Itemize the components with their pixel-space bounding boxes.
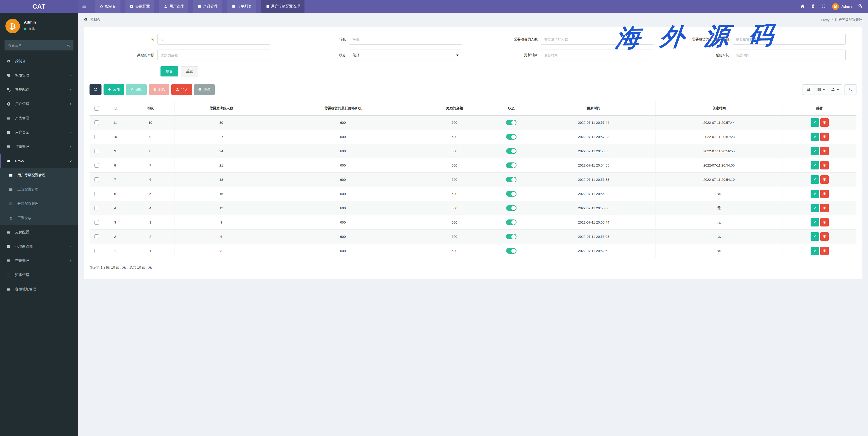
brand-logo[interactable]: CAT bbox=[0, 0, 78, 13]
reset-button[interactable]: 重置 bbox=[181, 66, 198, 77]
status-toggle[interactable] bbox=[506, 205, 517, 211]
row-delete-button[interactable] bbox=[820, 133, 829, 141]
status-toggle[interactable] bbox=[506, 248, 517, 254]
nav-item-4[interactable]: 订单列表 bbox=[227, 0, 256, 13]
row-edit-button[interactable] bbox=[811, 161, 819, 170]
cell-updated-at: 2022-07-11 20:52:52 bbox=[532, 244, 655, 258]
cell-actions bbox=[783, 229, 857, 244]
home-button[interactable] bbox=[801, 4, 804, 9]
row-checkbox[interactable] bbox=[94, 177, 99, 182]
trash-button[interactable] bbox=[811, 4, 815, 8]
breadcrumb-parent[interactable]: Proxy bbox=[821, 18, 829, 22]
hamburger-button[interactable] bbox=[78, 0, 90, 13]
sidebar-item-8[interactable]: 支付配置 bbox=[0, 225, 78, 239]
more-button[interactable]: 更多 bbox=[194, 84, 215, 95]
sidebar-subitem-3[interactable]: 工资发放 bbox=[0, 211, 78, 225]
row-delete-button[interactable] bbox=[820, 118, 829, 127]
filter-input-6[interactable] bbox=[541, 50, 654, 60]
refresh-button[interactable] bbox=[90, 84, 101, 95]
row-checkbox[interactable] bbox=[94, 163, 99, 168]
detail-view-button[interactable] bbox=[802, 84, 814, 95]
add-button[interactable]: 添加 bbox=[103, 84, 124, 95]
edit-button[interactable]: 编辑 bbox=[126, 84, 147, 95]
sidebar-item-0[interactable]: 控制台 bbox=[0, 54, 78, 68]
sidebar-item-4[interactable]: 产品管理 bbox=[0, 111, 78, 125]
row-delete-button[interactable] bbox=[820, 190, 829, 198]
nav-item-1[interactable]: 参数配置 bbox=[125, 0, 154, 13]
status-toggle[interactable] bbox=[506, 220, 517, 225]
row-delete-button[interactable] bbox=[820, 204, 829, 212]
status-select[interactable]: 选择 bbox=[349, 50, 462, 60]
sidebar-item-2[interactable]: 常规配置 bbox=[0, 83, 78, 97]
sidebar-item-10[interactable]: 营销管理 bbox=[0, 254, 78, 268]
export-button[interactable] bbox=[828, 84, 842, 95]
status-toggle[interactable] bbox=[506, 191, 517, 197]
row-checkbox[interactable] bbox=[94, 249, 99, 253]
status-toggle[interactable] bbox=[506, 234, 517, 239]
fullscreen-button[interactable] bbox=[822, 4, 825, 8]
status-toggle[interactable] bbox=[506, 163, 517, 168]
columns-button[interactable] bbox=[814, 84, 828, 95]
row-edit-button[interactable] bbox=[811, 204, 819, 212]
filter-input-4[interactable] bbox=[157, 50, 270, 60]
row-checkbox[interactable] bbox=[94, 206, 99, 210]
import-button[interactable]: 导入 bbox=[171, 84, 192, 95]
row-edit-button[interactable] bbox=[811, 118, 819, 127]
filter-input-7[interactable] bbox=[733, 50, 846, 60]
row-delete-button[interactable] bbox=[820, 232, 829, 241]
status-toggle[interactable] bbox=[506, 148, 517, 154]
th-list-icon bbox=[9, 174, 14, 177]
submit-button[interactable]: 提交 bbox=[160, 66, 178, 77]
row-delete-button[interactable] bbox=[820, 147, 829, 155]
row-checkbox[interactable] bbox=[94, 135, 99, 139]
nav-item-3[interactable]: 产品管理 bbox=[193, 0, 222, 13]
nav-item-label: 用户管理 bbox=[169, 4, 184, 9]
sidebar-search-input[interactable] bbox=[4, 40, 73, 51]
sidebar-item-12[interactable]: 客服地址管理 bbox=[0, 282, 78, 296]
filter-input-2[interactable] bbox=[541, 34, 654, 45]
status-toggle[interactable] bbox=[506, 177, 517, 182]
filter-input-3[interactable] bbox=[733, 34, 846, 45]
search-icon[interactable] bbox=[66, 43, 70, 48]
row-edit-button[interactable] bbox=[811, 147, 819, 155]
status-toggle[interactable] bbox=[506, 120, 517, 125]
row-checkbox[interactable] bbox=[94, 120, 99, 125]
status-toggle[interactable] bbox=[506, 134, 517, 140]
select-all-checkbox[interactable] bbox=[94, 106, 99, 111]
row-edit-button[interactable] bbox=[811, 218, 819, 227]
row-edit-button[interactable] bbox=[811, 190, 819, 198]
user-menu[interactable]: ₿ Admin bbox=[832, 3, 852, 10]
row-delete-button[interactable] bbox=[820, 161, 829, 170]
row-checkbox[interactable] bbox=[94, 220, 99, 225]
cell-status bbox=[491, 172, 532, 187]
table-search-button[interactable] bbox=[844, 84, 857, 95]
sidebar-item-1[interactable]: 权限管理 bbox=[0, 68, 78, 83]
nav-item-0[interactable]: 控制台 bbox=[95, 0, 121, 13]
row-checkbox[interactable] bbox=[94, 192, 99, 196]
filter-input-0[interactable] bbox=[157, 34, 270, 45]
sidebar-item-11[interactable]: 汇率管理 bbox=[0, 268, 78, 282]
filter-input-1[interactable] bbox=[349, 34, 462, 45]
sidebar-item-5[interactable]: 用户资金 bbox=[0, 125, 78, 140]
settings-button[interactable] bbox=[859, 4, 863, 9]
row-delete-button[interactable] bbox=[820, 218, 829, 227]
row-edit-button[interactable] bbox=[811, 246, 819, 255]
nav-item-2[interactable]: 用户管理 bbox=[159, 0, 188, 13]
sidebar-subitem-2[interactable]: 分红配置管理 bbox=[0, 197, 78, 211]
sidebar-item-6[interactable]: 订单管理 bbox=[0, 140, 78, 154]
nav-item-5[interactable]: 用户等级配置管理 bbox=[261, 0, 305, 13]
row-checkbox[interactable] bbox=[94, 149, 99, 153]
nav-item-label: 参数配置 bbox=[135, 4, 150, 9]
sidebar-subitem-0[interactable]: 用户等级配置管理 bbox=[0, 168, 78, 182]
row-edit-button[interactable] bbox=[811, 133, 819, 141]
row-delete-button[interactable] bbox=[820, 246, 829, 255]
sidebar-item-3[interactable]: 用户管理 bbox=[0, 97, 78, 111]
row-checkbox[interactable] bbox=[94, 234, 99, 239]
row-edit-button[interactable] bbox=[811, 175, 819, 184]
row-delete-button[interactable] bbox=[820, 175, 829, 184]
delete-button[interactable]: 删除 bbox=[149, 84, 169, 95]
sidebar-item-9[interactable]: 代理商管理 bbox=[0, 239, 78, 254]
sidebar-subitem-1[interactable]: 工资配置管理 bbox=[0, 182, 78, 197]
row-edit-button[interactable] bbox=[811, 232, 819, 241]
sidebar-item-7[interactable]: Proxy bbox=[0, 154, 78, 168]
